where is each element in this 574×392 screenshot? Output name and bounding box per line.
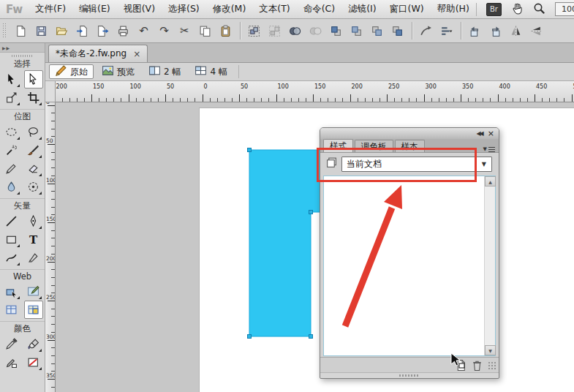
zoom-level-select[interactable]: 100% <box>555 2 574 16</box>
line-tool[interactable] <box>2 212 21 230</box>
selection-handle[interactable] <box>309 210 313 214</box>
dropdown-arrow-icon[interactable]: ▼ <box>482 161 491 167</box>
tab-close-icon[interactable]: × <box>133 50 140 59</box>
menu-item-2[interactable]: 视图(V) <box>117 0 162 18</box>
menu-item-3[interactable]: 选择(S) <box>162 0 206 18</box>
document-tab[interactable]: *未命名-2.fw.png × <box>48 45 148 62</box>
cut-icon[interactable]: ✂ <box>175 21 195 41</box>
view-button-original[interactable]: 原始 <box>49 64 94 79</box>
bring-to-front-icon[interactable] <box>326 21 346 41</box>
bring-forward-icon[interactable] <box>347 21 366 41</box>
panel-scrollbar[interactable]: ▲ ▼ <box>484 176 495 355</box>
eraser-tool[interactable] <box>24 159 43 178</box>
menu-item-0[interactable]: 文件(F) <box>29 0 72 18</box>
slice-tool[interactable] <box>24 282 43 301</box>
new-style-icon[interactable] <box>454 359 467 371</box>
ruler-label: 450 <box>536 83 547 90</box>
menu-item-9[interactable]: 帮助(H) <box>431 0 476 18</box>
menu-item-6[interactable]: 命令(C) <box>297 0 341 18</box>
stroke-color-tool[interactable] <box>2 353 21 372</box>
lasso-tool[interactable] <box>24 123 43 141</box>
scroll-up-icon[interactable]: ▲ <box>485 176 496 186</box>
flip-horizontal-icon[interactable] <box>506 21 526 41</box>
menu-item-5[interactable]: 文本(T) <box>252 0 296 18</box>
new-document-icon[interactable] <box>11 21 31 41</box>
join-icon[interactable] <box>285 21 305 41</box>
pencil-tool[interactable] <box>2 159 21 178</box>
tool-section: 颜色 <box>0 323 45 374</box>
panel-drag-grip[interactable] <box>399 374 420 377</box>
redo-icon[interactable]: ↷ <box>154 21 174 41</box>
view-button-two-up[interactable]: 2 幅 <box>143 64 186 79</box>
magnifier-icon[interactable] <box>533 2 545 17</box>
scale-tool[interactable] <box>2 88 21 107</box>
ruler-label: 200 <box>352 83 363 90</box>
selection-handle[interactable] <box>247 148 252 152</box>
export-icon[interactable] <box>93 21 113 41</box>
send-to-back-icon[interactable] <box>388 21 407 41</box>
menu-item-8[interactable]: 窗口(W) <box>383 0 431 18</box>
open-icon[interactable] <box>52 21 72 41</box>
menu-item-4[interactable]: 修改(M) <box>206 0 253 18</box>
flip-vertical-icon[interactable] <box>526 21 546 41</box>
hand-icon[interactable] <box>511 2 524 17</box>
toolbar-separator <box>240 22 241 39</box>
hide-slices-tool[interactable] <box>2 301 21 319</box>
rectangle-tool[interactable] <box>2 230 21 249</box>
tools-panel-grip[interactable] <box>12 55 34 57</box>
rotate-left-icon[interactable] <box>465 21 485 41</box>
fill-color-tool[interactable] <box>24 353 43 372</box>
tool-section: 矢量T <box>0 200 45 270</box>
rubber-stamp-tool[interactable] <box>24 178 43 196</box>
freeform-tool[interactable] <box>2 249 21 267</box>
ruler-label: 400 <box>499 83 510 90</box>
menu-item-1[interactable]: 编辑(E) <box>72 0 117 18</box>
text-tool[interactable]: T <box>24 230 43 249</box>
collapse-to-icons-icon[interactable]: ◀◀ <box>476 130 482 137</box>
eyedropper-tool[interactable] <box>2 335 21 353</box>
paint-bucket-tool[interactable] <box>24 335 43 353</box>
align-icon[interactable] <box>437 21 456 41</box>
panel-close-icon[interactable]: × <box>488 129 494 138</box>
horizontal-ruler: 2001501005005010015020025030035040045050… <box>56 81 574 102</box>
ruler-label: 350 <box>462 83 473 90</box>
save-icon[interactable] <box>31 21 51 41</box>
scroll-down-icon[interactable]: ▼ <box>485 345 496 355</box>
knife-tool[interactable] <box>24 249 43 267</box>
pointer-tool[interactable] <box>2 70 21 88</box>
group-icon[interactable] <box>244 21 264 41</box>
magic-wand-tool[interactable] <box>2 141 21 159</box>
brush-tool[interactable] <box>24 141 43 159</box>
tool-section: Web <box>0 271 45 322</box>
show-slices-tool[interactable] <box>24 301 43 319</box>
panel-title-bar[interactable]: ◀◀ × <box>320 128 499 139</box>
crop-tool[interactable] <box>24 88 43 107</box>
send-backward-icon[interactable] <box>367 21 387 41</box>
tool-section-label: 位图 <box>0 111 45 122</box>
pen-tool[interactable] <box>24 212 43 230</box>
view-button-four-up[interactable]: 4 幅 <box>189 64 233 79</box>
selection-handle[interactable] <box>247 334 252 339</box>
panel-resize-grip[interactable] <box>488 361 497 371</box>
blur-tool[interactable] <box>2 178 21 196</box>
import-icon[interactable] <box>72 21 92 41</box>
free-transform-icon[interactable] <box>416 21 436 41</box>
marquee-tool[interactable] <box>2 123 21 141</box>
bridge-badge[interactable]: Br <box>486 3 502 16</box>
view-button-preview[interactable]: 预览 <box>96 64 140 79</box>
delete-style-icon[interactable] <box>470 359 483 371</box>
undo-icon[interactable]: ↶ <box>134 21 154 41</box>
preview-icon <box>102 64 114 79</box>
subselection-tool[interactable] <box>24 70 43 88</box>
print-icon[interactable] <box>113 21 133 41</box>
paste-icon[interactable] <box>216 21 235 41</box>
copy-icon[interactable] <box>195 21 215 41</box>
hotspot-tool[interactable] <box>2 282 21 301</box>
selection-handle[interactable] <box>309 334 313 339</box>
expand-panel-icon[interactable]: ▶▶ <box>0 43 45 53</box>
styles-list[interactable]: ▲ ▼ <box>323 176 496 356</box>
toolbar-grip[interactable] <box>2 23 7 39</box>
rotate-right-icon[interactable] <box>486 21 505 41</box>
menu-item-7[interactable]: 滤镜(I) <box>341 0 382 18</box>
panel-menu-icon[interactable]: ▼ <box>483 146 495 152</box>
